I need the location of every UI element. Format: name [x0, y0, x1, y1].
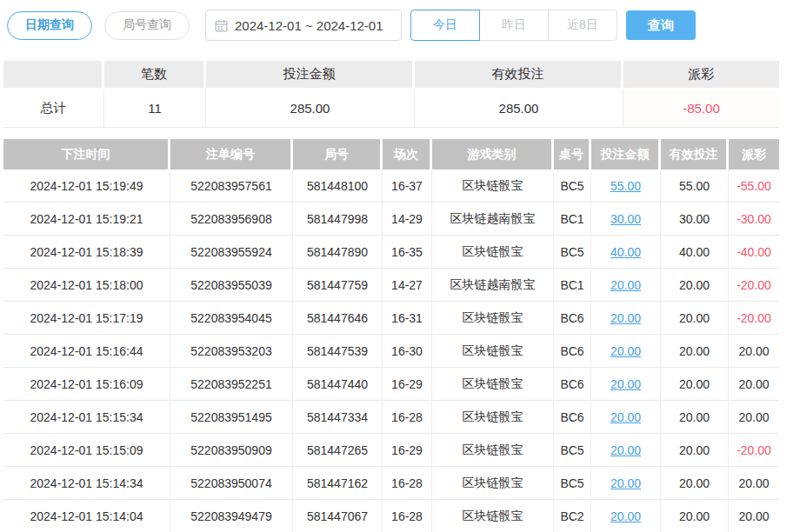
summary-header-payout: 派彩: [623, 61, 779, 90]
game-type-cell: 区块链越南骰宝: [432, 269, 554, 302]
round-number-cell: 581447067: [293, 500, 383, 532]
filter-today-button[interactable]: 今日: [410, 10, 480, 41]
bet-time-cell: 2024-12-01 15:19:49: [3, 170, 170, 203]
bet-amount-cell: 20.00: [591, 401, 661, 434]
summary-header-row: 笔数 投注金额 有效投注 派彩: [3, 61, 779, 90]
session-cell: 16-28: [383, 467, 432, 500]
col-header-bet-time: 下注时间: [3, 139, 170, 170]
valid-bet-cell: 20.00: [661, 401, 729, 434]
payout-cell: 20.00: [729, 500, 779, 532]
bet-time-cell: 2024-12-01 15:19:21: [3, 203, 170, 236]
order-number-cell: 522083953203: [170, 335, 293, 368]
table-number-cell: BC5: [554, 170, 591, 203]
valid-bet-cell: 20.00: [661, 269, 729, 302]
bet-amount-link[interactable]: 20.00: [610, 278, 641, 292]
col-header-bet-amount: 投注金额: [591, 139, 661, 170]
bet-amount-cell: 40.00: [591, 236, 661, 269]
game-type-cell: 区块链骰宝: [432, 500, 554, 532]
bet-time-cell: 2024-12-01 15:18:39: [3, 236, 170, 269]
bet-table-header-row: 下注时间 注单编号 局号 场次 游戏类别 桌号 投注金额 有效投注 派彩: [3, 139, 779, 170]
game-type-cell: 区块链骰宝: [432, 170, 554, 203]
bet-amount-link[interactable]: 20.00: [610, 311, 641, 325]
calendar-icon: [215, 19, 228, 32]
valid-bet-cell: 20.00: [661, 335, 729, 368]
bet-amount-link[interactable]: 20.00: [610, 410, 641, 424]
order-number-cell: 522083950909: [170, 434, 293, 467]
table-row: 2024-12-01 15:14:34522083950074581447162…: [3, 467, 779, 500]
bet-amount-link[interactable]: 20.00: [610, 377, 641, 391]
order-number-cell: 522083952251: [170, 368, 293, 401]
table-row: 2024-12-01 15:19:21522083956908581447998…: [3, 203, 779, 236]
bet-amount-link[interactable]: 20.00: [610, 443, 641, 457]
payout-cell: -20.00: [729, 269, 779, 302]
bet-amount-link[interactable]: 20.00: [610, 344, 641, 358]
bet-time-cell: 2024-12-01 15:16:44: [3, 335, 170, 368]
quick-filter-group: 今日 昨日 近8日: [410, 10, 617, 41]
bet-amount-cell: 20.00: [591, 467, 661, 500]
game-type-cell: 区块链骰宝: [432, 467, 554, 500]
col-header-table-number: 桌号: [554, 139, 591, 170]
date-range-input[interactable]: 2024-12-01 ~ 2024-12-01: [205, 10, 402, 41]
valid-bet-cell: 55.00: [661, 170, 729, 203]
round-number-cell: 581447998: [293, 203, 383, 236]
bet-time-cell: 2024-12-01 15:14:34: [3, 467, 170, 500]
valid-bet-cell: 20.00: [661, 368, 729, 401]
payout-cell: 20.00: [729, 368, 779, 401]
table-number-cell: BC6: [554, 368, 591, 401]
summary-header-empty: [3, 61, 104, 90]
bet-time-cell: 2024-12-01 15:17:19: [3, 302, 170, 335]
session-cell: 16-29: [383, 434, 432, 467]
round-number-cell: 581448100: [293, 170, 383, 203]
round-number-cell: 581447440: [293, 368, 383, 401]
bet-amount-link[interactable]: 40.00: [610, 245, 641, 259]
col-header-game-type: 游戏类别: [432, 139, 554, 170]
valid-bet-cell: 40.00: [661, 236, 729, 269]
bet-time-cell: 2024-12-01 15:15:09: [3, 434, 170, 467]
summary-header-count: 笔数: [104, 61, 206, 90]
bet-amount-link[interactable]: 20.00: [610, 476, 641, 490]
game-type-cell: 区块链骰宝: [432, 368, 554, 401]
valid-bet-cell: 20.00: [661, 434, 729, 467]
round-query-tab[interactable]: 局号查询: [104, 11, 190, 40]
table-number-cell: BC5: [554, 236, 591, 269]
session-cell: 16-37: [383, 170, 432, 203]
order-number-cell: 522083949479: [170, 500, 293, 532]
table-row: 2024-12-01 15:18:00522083955039581447759…: [3, 269, 779, 302]
table-row: 2024-12-01 15:15:34522083951495581447334…: [3, 401, 779, 434]
summary-payout-value: -85.00: [623, 90, 779, 128]
payout-cell: -20.00: [729, 302, 779, 335]
order-number-cell: 522083956908: [170, 203, 293, 236]
round-number-cell: 581447539: [293, 335, 383, 368]
round-number-cell: 581447334: [293, 401, 383, 434]
round-number-cell: 581447646: [293, 302, 383, 335]
round-number-cell: 581447759: [293, 269, 383, 302]
filter-last8days-button[interactable]: 近8日: [548, 10, 617, 41]
bet-amount-link[interactable]: 30.00: [610, 212, 641, 226]
payout-cell: -40.00: [729, 236, 779, 269]
search-button[interactable]: 查询: [626, 10, 696, 40]
col-header-round-number: 局号: [293, 139, 383, 170]
summary-bet-amount-value: 285.00: [206, 90, 415, 128]
order-number-cell: 522083955039: [170, 269, 293, 302]
table-number-cell: BC5: [554, 434, 591, 467]
payout-cell: 20.00: [729, 335, 779, 368]
order-number-cell: 522083955924: [170, 236, 293, 269]
date-query-tab[interactable]: 日期查询: [7, 11, 92, 40]
bet-records-table: 下注时间 注单编号 局号 场次 游戏类别 桌号 投注金额 有效投注 派彩 202…: [3, 139, 779, 532]
session-cell: 16-29: [383, 368, 432, 401]
col-header-valid-bet: 有效投注: [661, 139, 729, 170]
session-cell: 16-30: [383, 335, 432, 368]
col-header-order-number: 注单编号: [170, 139, 293, 170]
filter-yesterday-button[interactable]: 昨日: [479, 10, 549, 41]
bet-amount-cell: 20.00: [591, 335, 661, 368]
bet-amount-link[interactable]: 55.00: [610, 179, 641, 193]
table-number-cell: BC5: [554, 467, 591, 500]
summary-valid-bet-value: 285.00: [415, 90, 623, 128]
table-number-cell: BC1: [554, 203, 591, 236]
bet-amount-cell: 20.00: [591, 269, 661, 302]
round-number-cell: 581447890: [293, 236, 383, 269]
payout-cell: -55.00: [729, 170, 779, 203]
bet-amount-link[interactable]: 20.00: [610, 509, 641, 523]
bet-amount-cell: 30.00: [591, 203, 661, 236]
order-number-cell: 522083957561: [170, 170, 293, 203]
